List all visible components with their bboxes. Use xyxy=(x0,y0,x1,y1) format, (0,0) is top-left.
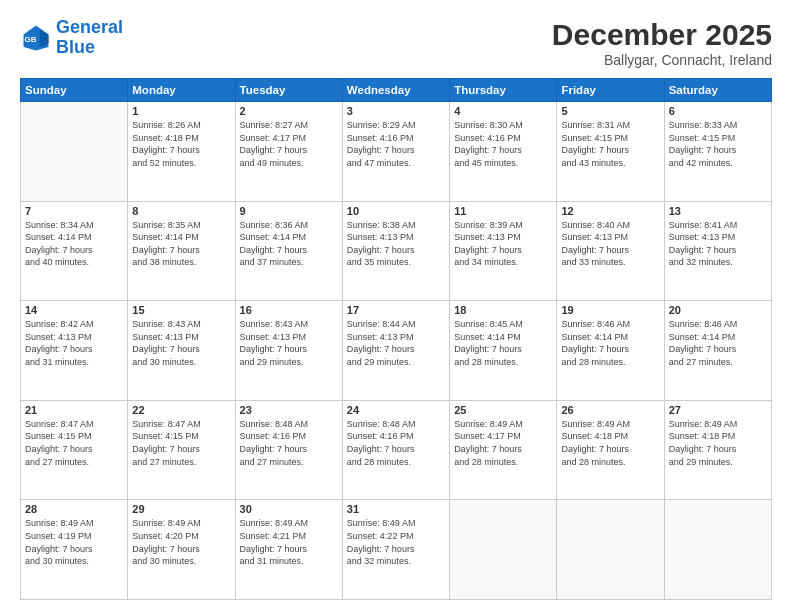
day-info: Sunrise: 8:39 AMSunset: 4:13 PMDaylight:… xyxy=(454,219,552,269)
calendar-cell: 17Sunrise: 8:44 AMSunset: 4:13 PMDayligh… xyxy=(342,301,449,401)
calendar-cell xyxy=(21,102,128,202)
day-info: Sunrise: 8:46 AMSunset: 4:14 PMDaylight:… xyxy=(669,318,767,368)
calendar-header-saturday: Saturday xyxy=(664,79,771,102)
calendar-cell: 9Sunrise: 8:36 AMSunset: 4:14 PMDaylight… xyxy=(235,201,342,301)
day-number: 21 xyxy=(25,404,123,416)
sub-title: Ballygar, Connacht, Ireland xyxy=(552,52,772,68)
main-title: December 2025 xyxy=(552,18,772,52)
day-number: 14 xyxy=(25,304,123,316)
day-number: 24 xyxy=(347,404,445,416)
calendar-cell: 13Sunrise: 8:41 AMSunset: 4:13 PMDayligh… xyxy=(664,201,771,301)
day-number: 1 xyxy=(132,105,230,117)
calendar-cell: 15Sunrise: 8:43 AMSunset: 4:13 PMDayligh… xyxy=(128,301,235,401)
day-info: Sunrise: 8:49 AMSunset: 4:18 PMDaylight:… xyxy=(669,418,767,468)
day-number: 11 xyxy=(454,205,552,217)
day-info: Sunrise: 8:35 AMSunset: 4:14 PMDaylight:… xyxy=(132,219,230,269)
day-info: Sunrise: 8:49 AMSunset: 4:20 PMDaylight:… xyxy=(132,517,230,567)
day-number: 10 xyxy=(347,205,445,217)
calendar-header-sunday: Sunday xyxy=(21,79,128,102)
day-info: Sunrise: 8:33 AMSunset: 4:15 PMDaylight:… xyxy=(669,119,767,169)
day-number: 15 xyxy=(132,304,230,316)
page: GB General Blue December 2025 Ballygar, … xyxy=(0,0,792,612)
day-number: 4 xyxy=(454,105,552,117)
calendar-header-row: SundayMondayTuesdayWednesdayThursdayFrid… xyxy=(21,79,772,102)
day-info: Sunrise: 8:29 AMSunset: 4:16 PMDaylight:… xyxy=(347,119,445,169)
day-info: Sunrise: 8:36 AMSunset: 4:14 PMDaylight:… xyxy=(240,219,338,269)
day-info: Sunrise: 8:46 AMSunset: 4:14 PMDaylight:… xyxy=(561,318,659,368)
day-number: 9 xyxy=(240,205,338,217)
day-number: 27 xyxy=(669,404,767,416)
calendar-cell: 4Sunrise: 8:30 AMSunset: 4:16 PMDaylight… xyxy=(450,102,557,202)
calendar-cell: 6Sunrise: 8:33 AMSunset: 4:15 PMDaylight… xyxy=(664,102,771,202)
day-info: Sunrise: 8:49 AMSunset: 4:18 PMDaylight:… xyxy=(561,418,659,468)
day-number: 22 xyxy=(132,404,230,416)
day-info: Sunrise: 8:49 AMSunset: 4:19 PMDaylight:… xyxy=(25,517,123,567)
day-info: Sunrise: 8:48 AMSunset: 4:16 PMDaylight:… xyxy=(347,418,445,468)
day-info: Sunrise: 8:41 AMSunset: 4:13 PMDaylight:… xyxy=(669,219,767,269)
day-info: Sunrise: 8:43 AMSunset: 4:13 PMDaylight:… xyxy=(132,318,230,368)
day-number: 25 xyxy=(454,404,552,416)
day-number: 5 xyxy=(561,105,659,117)
calendar-cell: 5Sunrise: 8:31 AMSunset: 4:15 PMDaylight… xyxy=(557,102,664,202)
day-number: 12 xyxy=(561,205,659,217)
day-info: Sunrise: 8:38 AMSunset: 4:13 PMDaylight:… xyxy=(347,219,445,269)
calendar-header-wednesday: Wednesday xyxy=(342,79,449,102)
calendar-cell: 21Sunrise: 8:47 AMSunset: 4:15 PMDayligh… xyxy=(21,400,128,500)
calendar-cell: 20Sunrise: 8:46 AMSunset: 4:14 PMDayligh… xyxy=(664,301,771,401)
calendar-cell: 25Sunrise: 8:49 AMSunset: 4:17 PMDayligh… xyxy=(450,400,557,500)
title-block: December 2025 Ballygar, Connacht, Irelan… xyxy=(552,18,772,68)
calendar-cell: 19Sunrise: 8:46 AMSunset: 4:14 PMDayligh… xyxy=(557,301,664,401)
day-info: Sunrise: 8:49 AMSunset: 4:22 PMDaylight:… xyxy=(347,517,445,567)
calendar-header-tuesday: Tuesday xyxy=(235,79,342,102)
day-info: Sunrise: 8:34 AMSunset: 4:14 PMDaylight:… xyxy=(25,219,123,269)
calendar-cell: 16Sunrise: 8:43 AMSunset: 4:13 PMDayligh… xyxy=(235,301,342,401)
calendar-cell: 18Sunrise: 8:45 AMSunset: 4:14 PMDayligh… xyxy=(450,301,557,401)
day-number: 23 xyxy=(240,404,338,416)
logo: GB General Blue xyxy=(20,18,123,58)
calendar-cell: 11Sunrise: 8:39 AMSunset: 4:13 PMDayligh… xyxy=(450,201,557,301)
day-info: Sunrise: 8:27 AMSunset: 4:17 PMDaylight:… xyxy=(240,119,338,169)
calendar-cell: 7Sunrise: 8:34 AMSunset: 4:14 PMDaylight… xyxy=(21,201,128,301)
calendar-cell: 1Sunrise: 8:26 AMSunset: 4:18 PMDaylight… xyxy=(128,102,235,202)
day-info: Sunrise: 8:44 AMSunset: 4:13 PMDaylight:… xyxy=(347,318,445,368)
calendar-cell: 24Sunrise: 8:48 AMSunset: 4:16 PMDayligh… xyxy=(342,400,449,500)
logo-line2: Blue xyxy=(56,37,95,57)
day-info: Sunrise: 8:42 AMSunset: 4:13 PMDaylight:… xyxy=(25,318,123,368)
day-number: 8 xyxy=(132,205,230,217)
calendar-cell: 23Sunrise: 8:48 AMSunset: 4:16 PMDayligh… xyxy=(235,400,342,500)
day-number: 18 xyxy=(454,304,552,316)
calendar-row-1: 7Sunrise: 8:34 AMSunset: 4:14 PMDaylight… xyxy=(21,201,772,301)
calendar-cell: 31Sunrise: 8:49 AMSunset: 4:22 PMDayligh… xyxy=(342,500,449,600)
header: GB General Blue December 2025 Ballygar, … xyxy=(20,18,772,68)
calendar-row-4: 28Sunrise: 8:49 AMSunset: 4:19 PMDayligh… xyxy=(21,500,772,600)
day-number: 7 xyxy=(25,205,123,217)
day-number: 20 xyxy=(669,304,767,316)
day-number: 31 xyxy=(347,503,445,515)
logo-text: General Blue xyxy=(56,18,123,58)
day-info: Sunrise: 8:30 AMSunset: 4:16 PMDaylight:… xyxy=(454,119,552,169)
svg-text:GB: GB xyxy=(24,34,36,43)
calendar-cell: 30Sunrise: 8:49 AMSunset: 4:21 PMDayligh… xyxy=(235,500,342,600)
day-number: 26 xyxy=(561,404,659,416)
day-number: 6 xyxy=(669,105,767,117)
calendar-cell: 26Sunrise: 8:49 AMSunset: 4:18 PMDayligh… xyxy=(557,400,664,500)
calendar-cell: 12Sunrise: 8:40 AMSunset: 4:13 PMDayligh… xyxy=(557,201,664,301)
calendar-row-0: 1Sunrise: 8:26 AMSunset: 4:18 PMDaylight… xyxy=(21,102,772,202)
day-info: Sunrise: 8:31 AMSunset: 4:15 PMDaylight:… xyxy=(561,119,659,169)
calendar-cell xyxy=(450,500,557,600)
day-info: Sunrise: 8:40 AMSunset: 4:13 PMDaylight:… xyxy=(561,219,659,269)
calendar-cell: 29Sunrise: 8:49 AMSunset: 4:20 PMDayligh… xyxy=(128,500,235,600)
calendar-row-3: 21Sunrise: 8:47 AMSunset: 4:15 PMDayligh… xyxy=(21,400,772,500)
calendar-cell: 2Sunrise: 8:27 AMSunset: 4:17 PMDaylight… xyxy=(235,102,342,202)
calendar-table: SundayMondayTuesdayWednesdayThursdayFrid… xyxy=(20,78,772,600)
day-number: 28 xyxy=(25,503,123,515)
calendar-row-2: 14Sunrise: 8:42 AMSunset: 4:13 PMDayligh… xyxy=(21,301,772,401)
day-info: Sunrise: 8:47 AMSunset: 4:15 PMDaylight:… xyxy=(132,418,230,468)
day-number: 3 xyxy=(347,105,445,117)
calendar-cell: 14Sunrise: 8:42 AMSunset: 4:13 PMDayligh… xyxy=(21,301,128,401)
day-info: Sunrise: 8:49 AMSunset: 4:21 PMDaylight:… xyxy=(240,517,338,567)
day-info: Sunrise: 8:47 AMSunset: 4:15 PMDaylight:… xyxy=(25,418,123,468)
calendar-header-thursday: Thursday xyxy=(450,79,557,102)
calendar-cell: 3Sunrise: 8:29 AMSunset: 4:16 PMDaylight… xyxy=(342,102,449,202)
day-number: 30 xyxy=(240,503,338,515)
